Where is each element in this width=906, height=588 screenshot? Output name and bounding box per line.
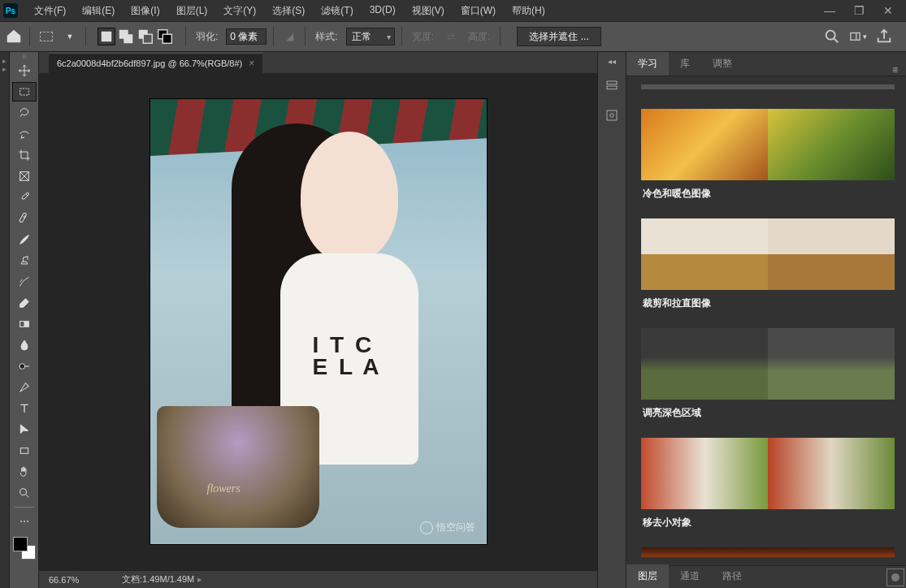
menu-type[interactable]: 文字(Y) — [215, 1, 264, 21]
right-collapsed-gutter: ◂◂ — [597, 52, 626, 588]
status-bar: 66.67% 文档:1.49M/1.49M▸ — [39, 570, 597, 588]
home-icon[interactable] — [5, 28, 23, 45]
svg-rect-15 — [20, 448, 28, 454]
menu-view[interactable]: 视图(V) — [404, 1, 453, 21]
history-brush-tool[interactable] — [12, 272, 37, 292]
bottom-panel-tabs: 图层 通道 路径 — [626, 565, 906, 588]
menu-filter[interactable]: 滤镜(T) — [313, 1, 361, 21]
workspace-icon[interactable]: ▾ — [849, 28, 867, 45]
main-area: ▸▸ ⠿ ⋯ 6c2a0008d4b — [0, 52, 906, 588]
tab-libraries[interactable]: 库 — [669, 52, 701, 76]
menu-3d[interactable]: 3D(D) — [362, 1, 404, 21]
intersect-selection-icon[interactable] — [156, 28, 174, 45]
canvas[interactable]: I T CE L A flowers 悟空问答 — [150, 99, 487, 544]
tab-learn[interactable]: 学习 — [626, 52, 669, 76]
menu-file[interactable]: 文件(F) — [26, 1, 74, 21]
path-select-tool[interactable] — [12, 420, 37, 439]
new-selection-icon[interactable] — [98, 28, 115, 45]
blur-tool[interactable] — [12, 335, 37, 355]
subtract-selection-icon[interactable] — [137, 28, 154, 45]
maximize-button[interactable]: ❐ — [844, 2, 873, 19]
edit-toolbar-icon[interactable]: ⋯ — [12, 512, 37, 531]
toolbox-grip[interactable]: ⠿ — [10, 54, 38, 60]
svg-rect-19 — [607, 110, 617, 120]
select-and-mask-button[interactable]: 选择并遮住 ... — [517, 27, 600, 46]
tab-channels[interactable]: 通道 — [669, 564, 711, 588]
quick-mask-icon[interactable] — [886, 569, 904, 586]
watermark: 悟空问答 — [420, 521, 475, 534]
card-title: 调亮深色区域 — [641, 400, 895, 426]
marquee-tool[interactable] — [12, 82, 37, 102]
document-area: 6c2a0008d4bf2b6df897.jpg @ 66.7%(RGB/8#)… — [39, 52, 597, 588]
clone-stamp-tool[interactable] — [12, 251, 37, 270]
panel-menu-icon[interactable]: ≡ — [884, 64, 906, 76]
type-tool[interactable] — [12, 399, 37, 418]
menu-edit[interactable]: 编辑(E) — [74, 1, 123, 21]
crop-tool[interactable] — [12, 145, 37, 165]
doc-size-info[interactable]: 文档:1.49M/1.49M▸ — [122, 573, 202, 586]
document-tab[interactable]: 6c2a0008d4bf2b6df897.jpg @ 66.7%(RGB/8#)… — [49, 53, 262, 73]
menu-image[interactable]: 图像(I) — [123, 1, 167, 21]
tab-adjustments[interactable]: 调整 — [701, 52, 743, 76]
search-icon[interactable] — [823, 28, 841, 45]
add-selection-icon[interactable] — [117, 28, 135, 45]
gradient-tool[interactable] — [12, 314, 37, 334]
menu-help[interactable]: 帮助(H) — [504, 1, 553, 21]
close-window-button[interactable]: ✕ — [873, 2, 903, 19]
style-select[interactable]: 正常 — [346, 28, 395, 45]
learn-card[interactable]: 裁剪和拉直图像 — [641, 218, 895, 317]
menu-window[interactable]: 窗口(W) — [453, 1, 504, 21]
collapse-panels-icon[interactable]: ◂◂ — [608, 57, 616, 66]
tab-layers[interactable]: 图层 — [626, 564, 669, 588]
svg-rect-11 — [19, 213, 26, 223]
move-tool[interactable] — [12, 61, 37, 80]
selection-mode-group — [93, 22, 179, 51]
share-icon[interactable] — [875, 28, 893, 45]
marquee-tool-preset-icon[interactable] — [40, 32, 53, 41]
learn-card[interactable]: 调亮深色区域 — [641, 328, 895, 426]
tab-paths[interactable]: 路径 — [711, 564, 753, 588]
svg-rect-18 — [607, 86, 617, 89]
panels: 学习 库 调整 ≡ 冷色和暖色图像 裁剪和拉直图像 调亮深色区域 — [626, 52, 906, 588]
minimize-button[interactable]: — — [815, 2, 844, 19]
svg-rect-17 — [607, 81, 617, 84]
gutter-expand-icon[interactable]: ▸▸ — [0, 52, 8, 78]
card-title: 裁剪和拉直图像 — [641, 290, 895, 317]
close-tab-icon[interactable]: × — [249, 58, 254, 69]
svg-rect-2 — [124, 34, 132, 43]
shape-tool[interactable] — [12, 441, 37, 460]
left-collapsed-gutter[interactable]: ▸▸ — [0, 52, 10, 588]
foreground-color-swatch[interactable] — [13, 537, 28, 551]
toolbox: ⠿ ⋯ — [10, 52, 39, 588]
pen-tool[interactable] — [12, 378, 37, 397]
dodge-tool[interactable] — [12, 357, 37, 376]
antialias-icon[interactable]: ◢ — [280, 28, 298, 45]
learn-card[interactable] — [641, 547, 895, 557]
menu-layer[interactable]: 图层(L) — [168, 1, 216, 21]
chevron-down-icon[interactable]: ▼ — [61, 28, 79, 45]
zoom-level[interactable]: 66.67% — [49, 575, 106, 585]
hand-tool[interactable] — [12, 462, 37, 482]
eyedropper-tool[interactable] — [12, 188, 37, 207]
basket-label: flowers — [207, 482, 241, 495]
lasso-tool[interactable] — [12, 103, 37, 123]
menu-select[interactable]: 选择(S) — [264, 1, 313, 21]
eraser-tool[interactable] — [12, 293, 37, 313]
learn-panel-body[interactable]: 冷色和暖色图像 裁剪和拉直图像 调亮深色区域 移去小对象 — [626, 76, 906, 565]
properties-panel-icon[interactable] — [603, 106, 621, 124]
svg-rect-6 — [163, 34, 171, 43]
learn-card[interactable]: 冷色和暖色图像 — [641, 109, 895, 207]
canvas-viewport[interactable]: I T CE L A flowers 悟空问答 — [39, 73, 597, 570]
learn-card[interactable]: 移去小对象 — [641, 438, 895, 536]
frame-tool[interactable] — [12, 166, 37, 186]
history-panel-icon[interactable] — [603, 77, 621, 95]
brush-tool[interactable] — [12, 230, 37, 249]
document-tabs: 6c2a0008d4bf2b6df897.jpg @ 66.7%(RGB/8#)… — [39, 52, 597, 73]
healing-brush-tool[interactable] — [12, 209, 37, 228]
color-swatches[interactable] — [13, 537, 36, 560]
svg-point-14 — [20, 364, 25, 370]
feather-input[interactable] — [226, 28, 267, 45]
zoom-tool[interactable] — [12, 483, 37, 503]
titlebar: Ps 文件(F) 编辑(E) 图像(I) 图层(L) 文字(Y) 选择(S) 滤… — [0, 0, 906, 21]
quick-select-tool[interactable] — [12, 124, 37, 144]
